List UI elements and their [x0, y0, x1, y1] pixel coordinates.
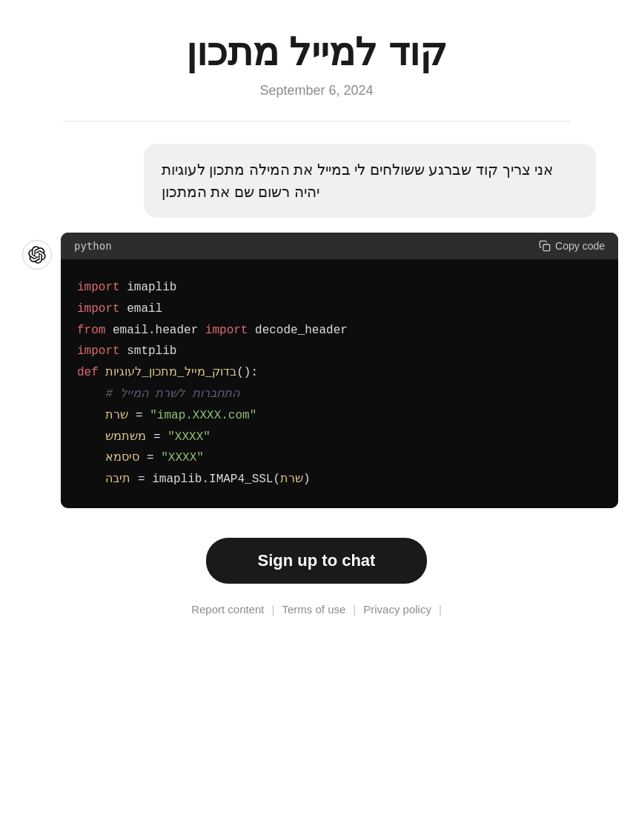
user-message-text: אני צריך קוד שברגע ששולחים לי במייל את ה… — [162, 161, 554, 200]
code-header: python Copy code — [61, 233, 618, 259]
signup-btn-container: Sign up to chat — [0, 530, 633, 591]
code-line-2: import email — [77, 299, 602, 320]
code-line-7: # התחברות לשרת המייל — [77, 384, 602, 405]
code-block-wrapper: python Copy code import imaplib import e… — [61, 233, 618, 508]
footer-links: Report content | Terms of use | Privacy … — [191, 603, 442, 616]
copy-code-label: Copy code — [555, 240, 605, 252]
code-body: import imaplib import email from email.h… — [61, 259, 618, 508]
copy-icon — [539, 240, 551, 252]
code-line-1: import imaplib — [77, 277, 602, 299]
code-line-6: def בדוק_מייל_מתכון_לעוגיות(): — [77, 362, 602, 384]
report-content-link[interactable]: Report content — [191, 603, 264, 616]
code-line-10: סיסמא = "XXXX" — [77, 447, 602, 469]
page-date: September 6, 2024 — [259, 83, 373, 99]
footer-separator-2: | — [353, 603, 356, 616]
page-container: קוד למייל מתכון September 6, 2024 אני צר… — [0, 0, 633, 630]
divider — [63, 121, 569, 121]
chat-area: אני צריך קוד שברגע ששולחים לי במייל את ה… — [0, 144, 633, 508]
copy-code-button[interactable]: Copy code — [539, 240, 605, 252]
openai-logo-icon — [28, 246, 46, 264]
privacy-policy-link[interactable]: Privacy policy — [363, 603, 431, 616]
svg-rect-0 — [543, 244, 550, 251]
code-line-8: שרת = "imap.XXXX.com" — [77, 405, 602, 427]
code-line-9: משתמש = "XXXX" — [77, 427, 602, 448]
signup-button[interactable]: Sign up to chat — [206, 538, 428, 584]
code-language-label: python — [74, 240, 112, 252]
assistant-row: python Copy code import imaplib import e… — [15, 233, 618, 508]
footer-separator-1: | — [272, 603, 275, 616]
footer-separator-3: | — [439, 603, 442, 616]
user-message-bubble: אני צריך קוד שברגע ששולחים לי במייל את ה… — [144, 144, 597, 218]
code-line-4: import smtplib — [77, 341, 602, 362]
code-line-3: from email.header import decode_header — [77, 320, 602, 341]
page-title: קוד למייל מתכון — [186, 30, 447, 74]
terms-of-use-link[interactable]: Terms of use — [282, 603, 345, 616]
avatar — [22, 240, 52, 270]
code-line-12: תיבה = imaplib.IMAP4_SSL(שרת) — [77, 469, 602, 490]
